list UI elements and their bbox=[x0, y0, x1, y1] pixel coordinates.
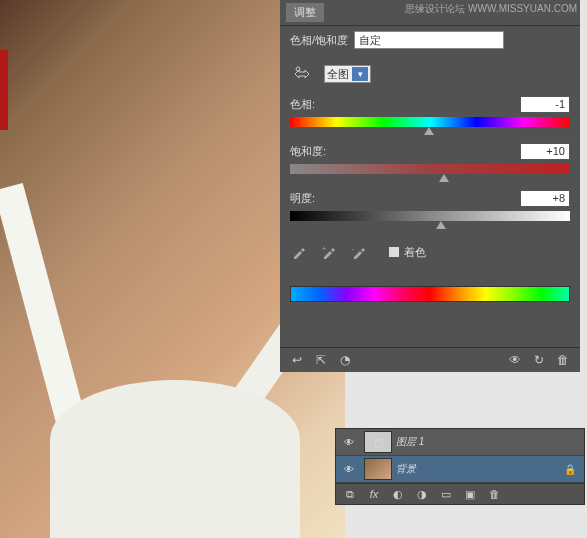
visibility-icon[interactable]: 👁 bbox=[506, 352, 524, 368]
hue-slider[interactable] bbox=[290, 117, 570, 129]
lightness-slider-section: 明度: +8 bbox=[280, 186, 580, 233]
delete-layer-icon[interactable]: 🗑 bbox=[486, 487, 502, 501]
saturation-slider-section: 饱和度: +10 bbox=[280, 139, 580, 186]
saturation-label: 饱和度: bbox=[290, 144, 326, 159]
colorize-checkbox[interactable] bbox=[388, 246, 400, 258]
visibility-toggle[interactable]: 👁 bbox=[338, 437, 360, 448]
layers-footer: ⧉ fx ◐ ◑ ▭ ▣ 🗑 bbox=[336, 483, 584, 504]
return-arrow-icon[interactable]: ↩ bbox=[288, 352, 306, 368]
expand-icon[interactable]: ⇱ bbox=[312, 352, 330, 368]
hue-slider-section: 色相: -1 bbox=[280, 92, 580, 139]
adjustment-layer-icon[interactable]: ◑ bbox=[414, 487, 430, 501]
layers-panel: 👁 ▢ 图层 1 👁 背景 🔒 ⧉ fx ◐ ◑ ▭ ▣ 🗑 bbox=[335, 428, 585, 505]
saturation-slider[interactable] bbox=[290, 164, 570, 176]
eyedropper-minus-icon[interactable]: - bbox=[350, 243, 368, 261]
color-spectrum-bar[interactable] bbox=[290, 286, 570, 302]
panel-footer: ↩ ⇱ ◔ 👁 ↻ 🗑 bbox=[280, 347, 580, 372]
group-icon[interactable]: ▭ bbox=[438, 487, 454, 501]
dropdown-arrow-icon: ▾ bbox=[352, 67, 368, 81]
clip-icon[interactable]: ◔ bbox=[336, 352, 354, 368]
saturation-thumb[interactable] bbox=[439, 174, 449, 182]
trash-icon[interactable]: 🗑 bbox=[554, 352, 572, 368]
scope-row: 全图 ▾ bbox=[280, 54, 580, 92]
layer-name[interactable]: 图层 1 bbox=[396, 435, 424, 449]
panel-tab[interactable]: 调整 bbox=[286, 3, 324, 22]
layer-thumbnail[interactable] bbox=[364, 458, 392, 480]
targeted-adjust-icon[interactable] bbox=[290, 64, 314, 84]
lightness-thumb[interactable] bbox=[436, 221, 446, 229]
svg-text:-: - bbox=[352, 245, 355, 252]
image-content bbox=[50, 380, 300, 538]
lightness-label: 明度: bbox=[290, 191, 315, 206]
lightness-value-input[interactable]: +8 bbox=[520, 190, 570, 207]
preset-select[interactable] bbox=[354, 31, 504, 49]
layer-row[interactable]: 👁 背景 🔒 bbox=[336, 456, 584, 483]
new-layer-icon[interactable]: ▣ bbox=[462, 487, 478, 501]
layer-thumbnail[interactable]: ▢ bbox=[364, 431, 392, 453]
layer-row[interactable]: 👁 ▢ 图层 1 bbox=[336, 429, 584, 456]
hue-thumb[interactable] bbox=[424, 127, 434, 135]
color-range-value: 全图 bbox=[327, 67, 349, 82]
watermark-text: 思缘设计论坛 WWW.MISSYUAN.COM bbox=[405, 2, 577, 16]
eyedropper-plus-icon[interactable]: + bbox=[320, 243, 338, 261]
reset-icon[interactable]: ↻ bbox=[530, 352, 548, 368]
eyedropper-icon[interactable] bbox=[290, 243, 308, 261]
eyedropper-row: + - 着色 bbox=[280, 233, 580, 271]
adjustments-panel: 调整 色相/饱和度 全图 ▾ 色相: -1 饱和度: +10 bbox=[280, 0, 580, 372]
adjustment-type-row: 色相/饱和度 bbox=[280, 26, 580, 54]
hue-label: 色相: bbox=[290, 97, 315, 112]
ui-edge bbox=[0, 50, 8, 130]
hue-value-input[interactable]: -1 bbox=[520, 96, 570, 113]
layer-name[interactable]: 背景 bbox=[396, 462, 416, 476]
fx-icon[interactable]: fx bbox=[366, 487, 382, 501]
lightness-slider[interactable] bbox=[290, 211, 570, 223]
svg-text:+: + bbox=[322, 245, 326, 252]
saturation-value-input[interactable]: +10 bbox=[520, 143, 570, 160]
colorize-checkbox-wrap[interactable]: 着色 bbox=[388, 245, 426, 260]
visibility-toggle[interactable]: 👁 bbox=[338, 464, 360, 475]
adjustment-type-label: 色相/饱和度 bbox=[290, 33, 348, 48]
colorize-label: 着色 bbox=[404, 245, 426, 260]
link-layers-icon[interactable]: ⧉ bbox=[342, 487, 358, 501]
lock-icon: 🔒 bbox=[564, 464, 576, 475]
color-range-select[interactable]: 全图 ▾ bbox=[324, 65, 371, 83]
mask-icon[interactable]: ◐ bbox=[390, 487, 406, 501]
